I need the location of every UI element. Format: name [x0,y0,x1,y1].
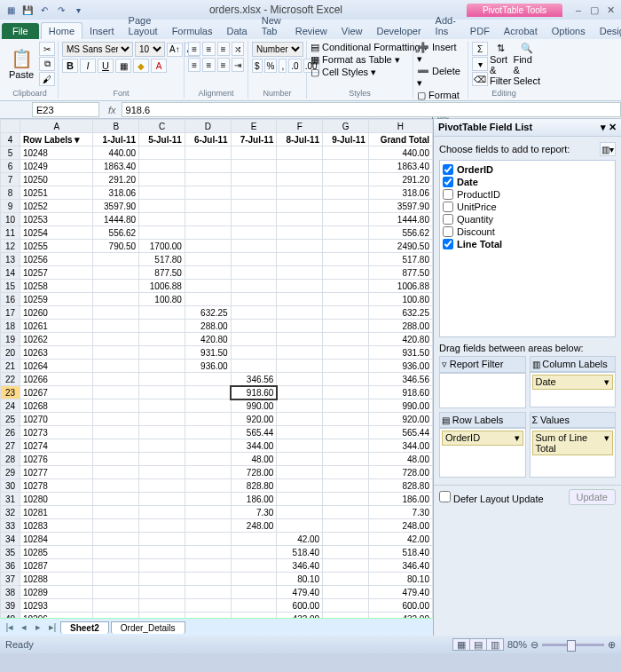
cell[interactable] [323,573,369,586]
tab-insert[interactable]: Insert [83,23,122,39]
font-color-button[interactable]: A [151,59,167,73]
cell[interactable] [185,479,231,493]
cell[interactable] [323,506,369,519]
cell[interactable]: 10257 [20,266,93,280]
cell[interactable] [323,493,369,506]
zoom-out-button[interactable]: ⊖ [531,639,538,651]
cell[interactable] [93,466,139,479]
cell[interactable]: 10266 [20,373,93,386]
cell[interactable] [139,386,185,399]
cell[interactable]: 344.00 [368,439,432,453]
cell[interactable] [93,439,139,453]
clear-button[interactable]: ⌫ [472,72,488,86]
cell[interactable] [277,493,323,506]
cell[interactable] [185,373,231,386]
percent-button[interactable]: % [264,59,278,73]
tab-nav-first[interactable]: |◂ [4,621,16,633]
col-header-A[interactable]: A [20,120,93,133]
cell[interactable] [139,573,185,586]
sheet-tab-sheet2[interactable]: Sheet2 [60,621,109,634]
cell[interactable]: 440.00 [93,146,139,160]
cell[interactable] [323,200,369,213]
cell[interactable] [185,280,231,293]
row-header[interactable]: 8 [1,186,20,200]
cell[interactable]: 10258 [20,280,93,293]
cell[interactable] [231,200,277,213]
cell[interactable]: 1006.88 [139,280,185,293]
cell[interactable] [139,479,185,493]
cell[interactable] [185,200,231,213]
cell[interactable] [323,399,369,413]
cell[interactable] [323,360,369,373]
cell[interactable] [93,493,139,506]
cell[interactable] [139,439,185,453]
tab-nav-last[interactable]: ▸| [46,621,59,633]
qat-more-icon[interactable]: ▾ [71,3,85,17]
cell[interactable] [231,280,277,293]
cell[interactable]: 518.40 [277,546,323,559]
cell[interactable]: 420.80 [368,333,432,346]
cell[interactable] [93,479,139,493]
cell[interactable] [139,360,185,373]
cell[interactable] [93,333,139,346]
cell[interactable]: 10253 [20,213,93,226]
cell[interactable]: 10293 [20,599,93,613]
cell[interactable]: 517.80 [139,253,185,266]
field-checkbox[interactable] [443,189,453,200]
row-header[interactable]: 22 [1,373,20,386]
cell[interactable]: 556.62 [93,226,139,240]
zoom-level[interactable]: 80% [507,639,527,650]
cell[interactable]: 48.00 [368,453,432,466]
cell[interactable]: 931.50 [185,346,231,360]
report-filter-area[interactable] [439,373,526,408]
cell[interactable]: 420.80 [185,333,231,346]
increase-decimal-button[interactable]: .0 [288,59,301,73]
cell[interactable]: 10263 [20,346,93,360]
cell[interactable] [277,306,323,320]
cell[interactable] [323,546,369,559]
cell[interactable]: 80.10 [368,573,432,586]
cell[interactable] [139,546,185,559]
cell[interactable] [139,399,185,413]
border-button[interactable]: ▦ [115,59,131,73]
cell[interactable]: 100.80 [139,293,185,306]
underline-button[interactable]: U [98,59,114,73]
undo-icon[interactable]: ↶ [37,3,51,17]
row-header[interactable]: 39 [1,599,20,613]
cell[interactable]: 479.40 [277,586,323,599]
cell[interactable] [231,346,277,360]
defer-update-checkbox[interactable]: Defer Layout Update [439,491,544,504]
sheet-tab-order_details[interactable]: Order_Details [111,621,185,634]
select-all-cell[interactable] [1,120,20,133]
cell[interactable] [277,373,323,386]
cell[interactable] [277,399,323,413]
cell[interactable] [93,320,139,333]
cell[interactable] [277,240,323,253]
cell[interactable] [139,493,185,506]
cell[interactable] [185,413,231,426]
cell[interactable] [185,226,231,240]
field-checkbox[interactable] [443,239,453,249]
cell[interactable]: 10283 [20,519,93,533]
pivot-header-cell[interactable]: Grand Total [368,133,432,146]
cell[interactable] [139,320,185,333]
cell[interactable] [185,293,231,306]
cell[interactable]: 3597.90 [93,200,139,213]
cell[interactable]: 918.60 [231,386,277,399]
cell[interactable] [231,333,277,346]
increase-font-button[interactable]: A↑ [167,43,183,57]
row-header[interactable]: 29 [1,466,20,479]
cell[interactable]: 318.06 [93,186,139,200]
fill-color-button[interactable]: ◆ [133,59,149,73]
pane-layout-button[interactable]: ▥▾ [600,142,616,156]
cell[interactable] [185,439,231,453]
cell[interactable]: 10289 [20,586,93,599]
restore-icon[interactable]: ▢ [587,4,601,16]
cell[interactable]: 479.40 [368,586,432,599]
cell[interactable] [93,573,139,586]
cell[interactable]: 291.20 [368,173,432,186]
cell[interactable]: 10250 [20,173,93,186]
cell[interactable] [277,439,323,453]
cell[interactable] [93,266,139,280]
italic-button[interactable]: I [80,59,96,73]
